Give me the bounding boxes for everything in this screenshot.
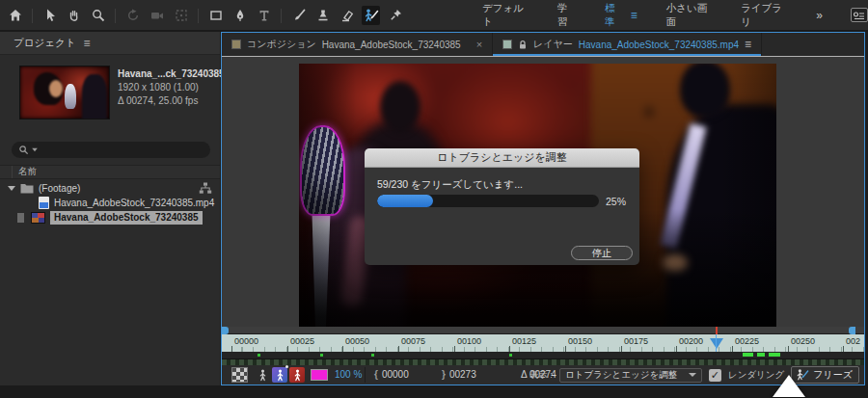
layer-timeline[interactable]: 00000 00025 00050 00075 00100 00125 0015…	[222, 327, 864, 365]
view-label: 表示 :	[529, 369, 553, 382]
camera-tool-icon[interactable]	[148, 6, 166, 25]
project-panel-menu-icon[interactable]: ≡	[83, 37, 90, 50]
toolbar-separator	[32, 9, 33, 23]
workspace-overflow-icon[interactable]: »	[816, 9, 822, 22]
progress-bar-track	[377, 195, 599, 207]
layer-tab-kind: レイヤー	[533, 38, 573, 51]
pen-tool-icon[interactable]	[231, 6, 249, 25]
workspace-search-icon[interactable]	[851, 8, 868, 22]
out-point-field[interactable]: } 00273	[442, 369, 476, 380]
cached-frame-dot	[371, 354, 374, 357]
footage-info: Havana_...ck_73240385 1920 x 1080 (1.00)…	[118, 67, 236, 108]
workspace-menu-icon[interactable]: ≡	[631, 9, 637, 22]
zoom-tool-icon[interactable]	[89, 6, 107, 25]
ruler-tick-label: 00000	[234, 336, 258, 346]
roto-brush-tool-icon[interactable]	[362, 6, 380, 25]
alpha-overlay-view-icon[interactable]	[289, 367, 305, 383]
footage-name-row[interactable]: Havana_...ck_73240385	[118, 67, 236, 81]
layer-viewer[interactable]: ロトブラシとエッジを調整 59/230 をフリーズしています... 25% 停止	[222, 56, 864, 327]
mouse-cursor	[773, 375, 805, 397]
thumbnail-microphone	[65, 84, 76, 109]
clone-stamp-tool-icon[interactable]	[313, 6, 332, 25]
search-options-caret-icon[interactable]	[32, 148, 38, 152]
bottom-bar-separator	[365, 367, 366, 383]
project-panel-header[interactable]: プロジェクト ≡	[0, 32, 220, 55]
region-of-interest-icon[interactable]	[172, 6, 190, 25]
ruler-tick-label: 00050	[345, 336, 369, 346]
puppet-pin-tool-icon[interactable]	[386, 6, 404, 25]
bottom-bar-right-group: 表示 : ロトブラシとエッジを調整 ✓ レンダリング フリーズ	[529, 366, 859, 384]
playhead-handle[interactable]	[710, 338, 723, 349]
footage-dimensions: 1920 x 1080 (1.00)	[118, 81, 236, 94]
selection-tool-icon[interactable]	[41, 6, 59, 25]
hand-tool-icon[interactable]	[65, 6, 83, 25]
ruler-tick-label: 00025	[290, 336, 314, 346]
stop-button[interactable]: 停止	[571, 246, 633, 260]
progress-percent: 25%	[606, 196, 626, 207]
render-cache-bar	[222, 358, 864, 365]
frozen-frames-segment	[769, 353, 780, 357]
brush-tool-icon[interactable]	[289, 6, 308, 25]
close-tab-icon[interactable]: ×	[476, 39, 482, 50]
name-column-label: 名前	[18, 166, 37, 178]
work-area-bar[interactable]	[222, 327, 864, 334]
chevron-down-icon	[689, 373, 696, 377]
ruler-tick-label: 00250	[791, 336, 815, 346]
project-row-footage-file[interactable]: Havana_AdobeStock_73240385.mp4	[0, 196, 220, 210]
work-area-end-handle[interactable]	[849, 327, 855, 334]
expand-caret-icon[interactable]	[8, 186, 15, 191]
in-point-icon: {	[374, 369, 378, 380]
footage-file-icon	[39, 197, 49, 209]
in-point-value[interactable]: 00000	[382, 369, 409, 380]
out-point-value[interactable]: 00273	[449, 369, 476, 380]
tab-layer[interactable]: レイヤー Havana_AdobeStock_73240385.mp4 ≡	[493, 33, 762, 56]
footage-file-label: Havana_AdobeStock_73240385.mp4	[54, 198, 214, 208]
status-strip	[0, 385, 868, 398]
dialog-title: ロトブラシとエッジを調整	[365, 148, 639, 168]
name-column-header[interactable]: 名前	[0, 165, 220, 179]
workspace-default[interactable]: デフォルト	[482, 2, 529, 29]
thumbnail-figure	[82, 74, 107, 119]
top-toolbar: デフォルト 学習 標準 ≡ 小さい画面 ライブラリ »	[0, 0, 868, 32]
composition-tab-color-icon	[231, 40, 241, 49]
project-row-composition[interactable]: Havana_AdobeStock_73240385	[0, 210, 220, 226]
orbit-camera-tool-icon[interactable]	[123, 6, 142, 25]
keyframe-cache-row	[222, 352, 864, 358]
view-mode-dropdown[interactable]: ロトブラシとエッジを調整	[559, 368, 702, 383]
workspace-libraries[interactable]: ライブラリ	[741, 2, 787, 29]
lock-icon	[518, 40, 528, 50]
project-row-footage-folder[interactable]: (Footage)	[0, 181, 220, 196]
alpha-view-icon[interactable]	[255, 367, 270, 383]
workspace-small-screen[interactable]: 小さい画面	[666, 2, 712, 29]
in-point-field[interactable]: { 00000	[374, 369, 409, 380]
hierarchy-icon[interactable]	[199, 182, 212, 197]
freeze-label: フリーズ	[813, 368, 853, 382]
type-tool-icon[interactable]	[255, 6, 273, 25]
tab-composition[interactable]: コンポジション Havana_AdobeStock_73240385 ×	[222, 33, 493, 56]
project-search-input[interactable]	[12, 142, 210, 158]
layer-tab-color-icon	[502, 40, 512, 49]
dialog-message: 59/230 をフリーズしています...	[377, 178, 523, 192]
alpha-boundary-view-icon[interactable]	[272, 367, 287, 383]
overlay-color-swatch[interactable]	[311, 369, 328, 381]
project-panel: プロジェクト ≡ Havana_...ck_73240385 1920 x 10…	[0, 32, 220, 385]
folder-label: (Footage)	[39, 183, 80, 194]
workspace-learn[interactable]: 学習	[557, 2, 576, 29]
home-icon[interactable]	[6, 6, 24, 25]
rectangle-tool-icon[interactable]	[206, 6, 225, 25]
thumbnail-singer-face	[49, 80, 63, 97]
ruler-tick-label: 00175	[624, 336, 648, 346]
eraser-tool-icon[interactable]	[338, 6, 356, 25]
zoom-level-value[interactable]: 100 %	[335, 369, 362, 380]
progress-bar-fill	[377, 195, 433, 207]
render-checkbox[interactable]: ✓	[709, 369, 721, 382]
work-area-start-handle[interactable]	[222, 327, 229, 334]
time-ruler[interactable]: 00000 00025 00050 00075 00100 00125 0015…	[222, 334, 864, 352]
footage-thumbnail	[19, 66, 110, 119]
layer-tab-menu-icon[interactable]: ≡	[745, 38, 751, 51]
composition-label: Havana_AdobeStock_73240385	[50, 211, 203, 225]
composition-icon	[31, 212, 45, 224]
transparency-grid-toggle-icon[interactable]	[231, 367, 248, 383]
viewer-tab-bar: コンポジション Havana_AdobeStock_73240385 × レイヤ…	[222, 33, 864, 56]
workspace-standard[interactable]: 標準	[605, 2, 623, 29]
